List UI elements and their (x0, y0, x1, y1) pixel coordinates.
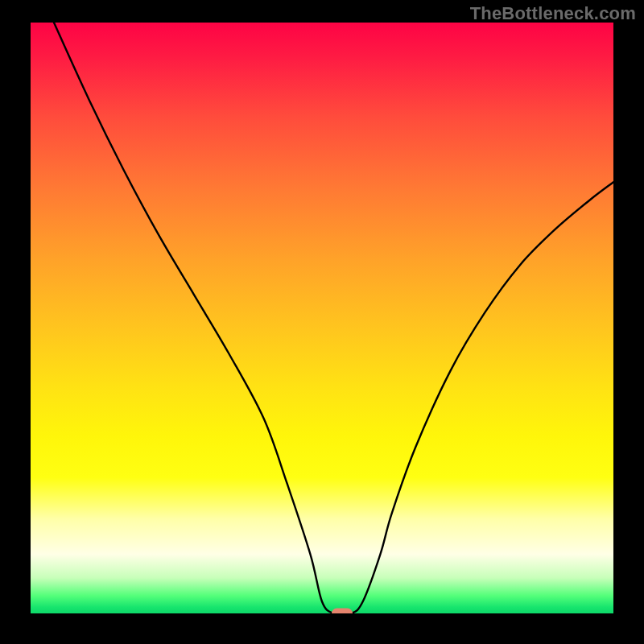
plot-area (31, 23, 613, 613)
bottleneck-curve (31, 23, 613, 613)
optimal-marker (332, 609, 353, 614)
chart-frame: TheBottleneck.com (0, 0, 644, 644)
watermark-text: TheBottleneck.com (470, 3, 636, 24)
